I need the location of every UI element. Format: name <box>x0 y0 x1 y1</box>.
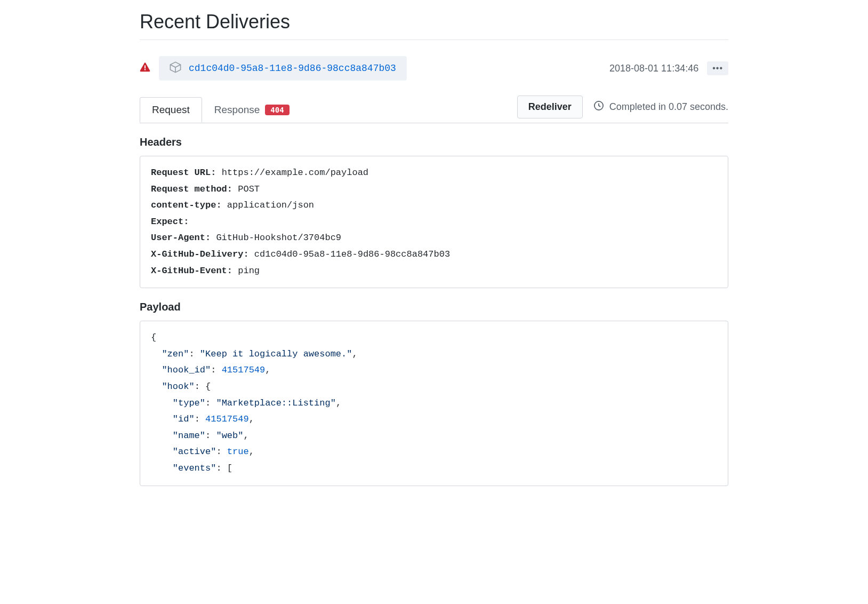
header-key: X-GitHub-Delivery: <box>151 249 249 259</box>
headers-heading: Headers <box>140 136 728 148</box>
header-key: Expect: <box>151 217 189 227</box>
header-value: https://example.com/payload <box>222 168 368 178</box>
json-key: "hook" <box>162 382 194 392</box>
delivery-timestamp: 2018-08-01 11:34:46 <box>609 63 698 74</box>
header-key: X-GitHub-Event: <box>151 266 232 276</box>
json-key: "hook_id" <box>162 365 211 375</box>
json-key: "name" <box>173 431 205 441</box>
completed-text: Completed in 0.07 seconds. <box>593 100 728 114</box>
json-value: true <box>227 447 249 457</box>
delivery-row: cd1c04d0-95a8-11e8-9d86-98cc8a847b03 201… <box>140 56 728 81</box>
header-key: content-type: <box>151 200 222 210</box>
payload-box: { "zen": "Keep it logically awesome.", "… <box>140 321 728 486</box>
headers-box: Request URL: https://example.com/payload… <box>140 156 728 288</box>
delivery-chip[interactable]: cd1c04d0-95a8-11e8-9d86-98cc8a847b03 <box>159 56 407 81</box>
header-value: GitHub-Hookshot/3704bc9 <box>216 233 341 243</box>
alert-triangle-icon <box>140 62 150 75</box>
json-key: "active" <box>173 447 216 457</box>
json-value: 41517549 <box>222 365 266 375</box>
json-value: [ <box>227 463 232 473</box>
clock-icon <box>593 100 604 114</box>
delivery-id: cd1c04d0-95a8-11e8-9d86-98cc8a847b03 <box>189 63 396 74</box>
json-key: "events" <box>173 463 216 473</box>
tab-request[interactable]: Request <box>140 97 202 122</box>
header-value: cd1c04d0-95a8-11e8-9d86-98cc8a847b03 <box>254 249 450 259</box>
header-value: POST <box>238 184 260 194</box>
tab-response-label: Response <box>214 104 260 116</box>
json-value: "Marketplace::Listing" <box>216 398 335 408</box>
header-value: application/json <box>227 200 314 210</box>
header-value: ping <box>238 266 260 276</box>
package-icon <box>170 61 181 75</box>
header-key: Request URL: <box>151 168 216 178</box>
page-title: Recent Deliveries <box>140 11 728 40</box>
tab-request-label: Request <box>152 104 190 116</box>
tabs: Request Response 404 Redeliver Completed… <box>140 96 728 123</box>
header-key: User-Agent: <box>151 233 211 243</box>
redeliver-button[interactable]: Redeliver <box>517 96 583 118</box>
json-value: "Keep it logically awesome." <box>200 349 352 359</box>
tab-response[interactable]: Response 404 <box>202 97 302 122</box>
more-actions-button[interactable]: ••• <box>707 61 728 75</box>
json-key: "zen" <box>162 349 189 359</box>
payload-heading: Payload <box>140 301 728 313</box>
json-value: 41517549 <box>205 414 249 424</box>
json-key: "type" <box>173 398 205 408</box>
json-value: "web" <box>216 431 243 441</box>
json-key: "id" <box>173 414 195 424</box>
header-key: Request method: <box>151 184 232 194</box>
completed-label: Completed in 0.07 seconds. <box>609 101 728 113</box>
status-badge: 404 <box>265 105 289 115</box>
